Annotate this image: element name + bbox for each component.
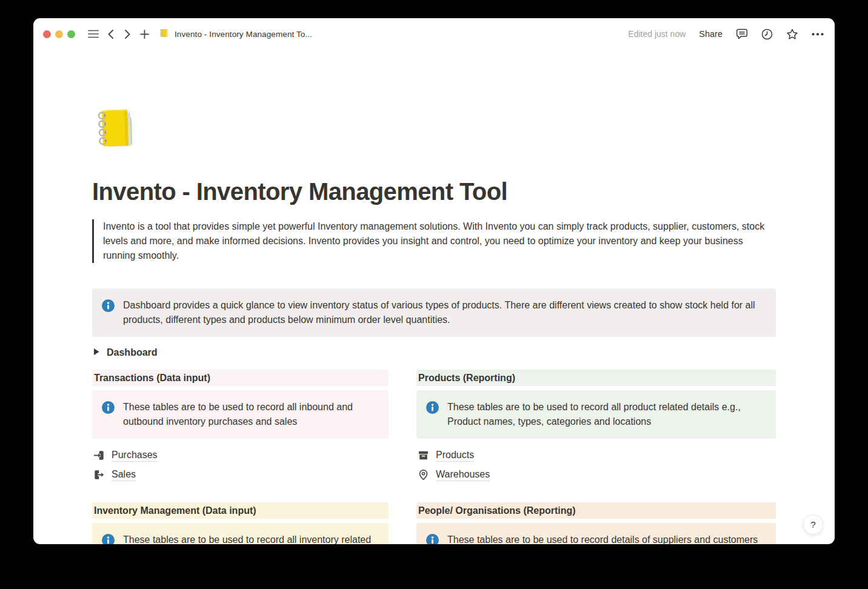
transactions-links: Purchases Sales: [92, 445, 389, 484]
comment-icon: [736, 28, 748, 40]
heading-inventory-management: Inventory Management (Data input): [92, 502, 389, 519]
intro-quote: Invento is a tool that provides simple y…: [92, 219, 765, 263]
comments-button[interactable]: [736, 28, 748, 40]
forward-button[interactable]: [119, 25, 136, 42]
info-icon: [426, 534, 439, 544]
people-callout: These tables are to be used to record de…: [416, 523, 776, 544]
toggle-triangle-icon: [93, 347, 99, 358]
help-button[interactable]: ?: [803, 514, 823, 534]
history-button[interactable]: [761, 28, 773, 40]
favorite-button[interactable]: [786, 28, 798, 40]
link-warehouses[interactable]: Warehouses: [416, 465, 776, 484]
info-icon: [102, 401, 115, 429]
link-label: Sales: [112, 468, 136, 481]
sidebar-menu-button[interactable]: [85, 25, 102, 42]
desktop-background: { "colors": { "accent_pink": "#fbf2f3", …: [0, 0, 868, 589]
minimize-window-button[interactable]: [55, 30, 63, 38]
people-callout-text: These tables are to be used to record de…: [447, 533, 758, 544]
chevron-left-icon: [108, 30, 113, 39]
more-options-button[interactable]: [812, 33, 824, 36]
active-tab[interactable]: Invento - Inventory Management To...: [159, 28, 312, 41]
door-in-icon: [93, 450, 105, 461]
link-products[interactable]: Products: [416, 445, 776, 465]
link-label: Purchases: [112, 448, 158, 462]
info-icon: [102, 299, 115, 327]
star-icon: [786, 28, 798, 40]
section-columns: Transactions (Data input) These tables a…: [92, 370, 776, 544]
zoom-window-button[interactable]: [67, 30, 75, 38]
share-button[interactable]: Share: [699, 29, 723, 39]
edited-status: Edited just now: [628, 29, 686, 39]
close-window-button[interactable]: [43, 30, 51, 38]
heading-transactions: Transactions (Data input): [92, 370, 389, 386]
traffic-lights: [43, 30, 75, 38]
link-label: Warehouses: [436, 468, 490, 481]
page-content: Invento - Inventory Management Tool Inve…: [33, 104, 835, 544]
box-icon: [418, 450, 429, 461]
dashboard-callout-text: Dashboard provides a quick glance to vie…: [123, 298, 766, 327]
chevron-right-icon: [125, 30, 130, 39]
column-right: Products (Reporting) These tables are to…: [416, 370, 776, 544]
back-button[interactable]: [102, 25, 119, 42]
notebook-icon: [159, 28, 169, 41]
dashboard-callout: Dashboard provides a quick glance to vie…: [92, 288, 776, 337]
dashboard-toggle[interactable]: Dashboard: [92, 345, 776, 361]
pin-icon: [418, 469, 429, 481]
tab-title: Invento - Inventory Management To...: [175, 30, 312, 39]
ellipsis-icon: [812, 33, 824, 36]
info-icon: [426, 401, 439, 429]
heading-people-organisations: People/ Organisations (Reporting): [416, 502, 776, 519]
transactions-callout-text: These tables are to be used to record al…: [123, 400, 379, 429]
info-icon: [102, 534, 115, 544]
page-icon-notebook[interactable]: [92, 104, 141, 153]
link-label: Products: [436, 448, 474, 462]
products-callout: These tables are to be used to record al…: [416, 390, 776, 439]
door-out-icon: [93, 469, 105, 481]
app-window: Invento - Inventory Management To... Edi…: [33, 18, 835, 544]
inventory-callout: These tables are to be used to record al…: [92, 523, 389, 544]
window-toolbar: Invento - Inventory Management To... Edi…: [33, 18, 835, 50]
inventory-callout-text: These tables are to be used to record al…: [123, 533, 379, 544]
link-purchases[interactable]: Purchases: [92, 445, 389, 465]
link-sales[interactable]: Sales: [92, 465, 389, 484]
clock-icon: [761, 28, 773, 40]
page-title: Invento - Inventory Management Tool: [92, 178, 776, 205]
plus-icon: [140, 30, 149, 39]
transactions-callout: These tables are to be used to record al…: [92, 390, 389, 439]
dashboard-toggle-label: Dashboard: [107, 347, 158, 358]
ledger-notebook-icon: [92, 104, 141, 153]
products-callout-text: These tables are to be used to record al…: [447, 400, 766, 429]
new-tab-button[interactable]: [136, 25, 153, 42]
column-left: Transactions (Data input) These tables a…: [92, 370, 389, 544]
hamburger-menu-icon: [88, 30, 99, 38]
products-links: Products Warehouses: [416, 445, 776, 484]
heading-products: Products (Reporting): [416, 370, 776, 386]
toolbar-actions: Edited just now Share: [628, 28, 824, 40]
